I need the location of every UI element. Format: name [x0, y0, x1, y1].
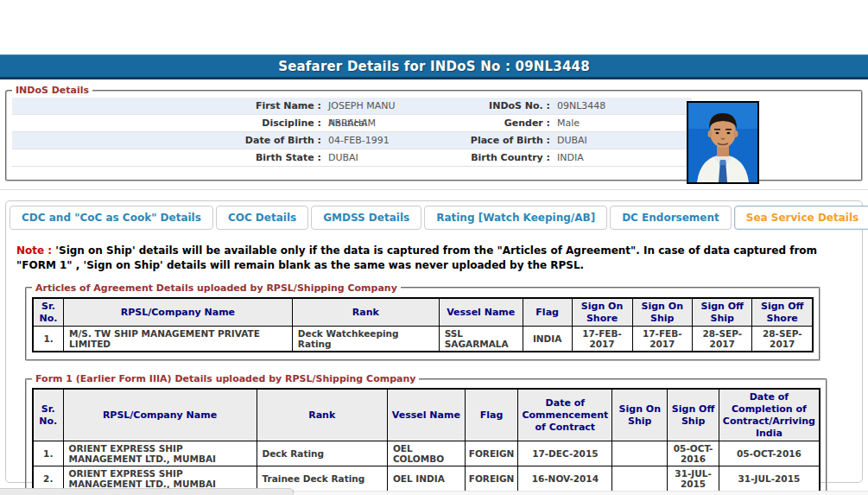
sign-on-ship-note: Note : 'Sign on Ship' details will be av… [16, 244, 850, 274]
cell-sign-on-shore: 17-FEB-2017 [572, 327, 632, 352]
tab-sea-service-details[interactable]: Sea Service Details [734, 206, 868, 230]
col-sign-off-shore: Sign Off Shore [752, 298, 813, 327]
indos-details-fieldset: INDoS Details First Name : JOSEPH MANU A… [5, 85, 863, 181]
place-of-birth-value: DUBAI [550, 132, 692, 149]
tab-gmdss-details[interactable]: GMDSS Details [311, 206, 421, 230]
detail-row-birth-date: Date of Birth : 04-FEB-1991 Place of Bir… [12, 132, 692, 149]
table-header-row: Sr. No. RPSL/Company Name Rank Vessel Na… [33, 389, 820, 441]
personal-details: First Name : JOSEPH MANU ABRAHAM INDoS N… [12, 98, 692, 167]
tab-coc-details[interactable]: COC Details [216, 206, 308, 230]
detail-row-name: First Name : JOSEPH MANU ABRAHAM INDoS N… [12, 98, 692, 115]
first-name-label: First Name : [12, 98, 321, 114]
articles-of-agreement-fieldset: Articles of Agreement Details uploaded b… [25, 282, 820, 362]
col-company: RPSL/Company Name [64, 298, 293, 327]
col-sign-off-ship: Sign Off Ship [692, 298, 751, 327]
next-section-body-partial [294, 491, 868, 495]
birth-country-value: INDIA [550, 149, 692, 166]
page-title: Seafarer Details for INDoS No : 09NL3448 [278, 59, 590, 74]
place-of-birth-label: Place of Birth : [409, 132, 550, 149]
col-sign-off-ship: Sign Off Ship [668, 389, 719, 441]
gender-label: Gender : [409, 115, 550, 131]
col-flag: Flag [465, 389, 518, 441]
date-of-birth-label: Date of Birth : [12, 132, 321, 149]
cell-flag: FOREIGN [465, 441, 518, 466]
cell-sr-no: 1. [33, 327, 64, 352]
discipline-value: Nautical [321, 115, 409, 131]
col-sign-on-ship: Sign On Ship [632, 298, 692, 327]
col-vessel: Vessel Name [439, 298, 523, 327]
cell-sign-on-ship: 17-FEB-2017 [632, 327, 692, 352]
date-of-birth-value: 04-FEB-1991 [321, 132, 409, 149]
cell-company: ORIENT EXPRESS SHIP MANAGEMENT LTD., MUM… [63, 441, 257, 466]
table-row: 1. M/S. TW SHIP MANAGEMENT PRIVATE LIMIT… [33, 327, 813, 352]
cell-commencement: 17-DEC-2015 [518, 441, 612, 466]
col-rank: Rank [257, 389, 387, 441]
sea-service-panel: CDC and "CoC as Cook" Details COC Detail… [5, 200, 863, 483]
cell-completion: 05-OCT-2016 [719, 441, 820, 466]
cell-vessel: SSL SAGARMALA [439, 327, 523, 352]
section-divider [0, 189, 868, 190]
indos-no-label: INDoS No. : [409, 98, 550, 114]
detail-row-discipline: Discipline : Nautical Gender : Male [12, 115, 692, 132]
cell-flag: INDIA [523, 327, 572, 352]
seafarer-photo [687, 101, 759, 184]
next-section-partial [0, 488, 868, 495]
first-name-value: JOSEPH MANU ABRAHAM [321, 98, 409, 114]
articles-of-agreement-legend: Articles of Agreement Details uploaded b… [32, 282, 401, 294]
form1-legend: Form 1 (Earlier Form IIIA) Details uploa… [32, 373, 419, 384]
col-sr-no: Sr. No. [33, 389, 63, 441]
tab-cdc-coc-as-cook[interactable]: CDC and "CoC as Cook" Details [10, 206, 213, 230]
tab-dc-endorsement[interactable]: DC Endorsement [610, 206, 732, 230]
tab-rating-watch-keeping[interactable]: Rating [Watch Keeping/AB] [424, 206, 607, 230]
note-text: 'Sign on Ship' details will be available… [16, 244, 817, 271]
cell-sign-off-ship: 05-OCT-2016 [668, 441, 719, 466]
cell-rank: Deck Rating [257, 441, 387, 466]
cell-sr-no: 1. [33, 441, 63, 466]
indos-details-legend: INDoS Details [12, 85, 92, 96]
birth-state-label: Birth State : [12, 149, 321, 166]
table-header-row: Sr. No. RPSL/Company Name Rank Vessel Na… [33, 298, 813, 327]
indos-no-value: 09NL3448 [550, 98, 692, 114]
table-row: 1. ORIENT EXPRESS SHIP MANAGEMENT LTD., … [33, 441, 820, 466]
birth-country-label: Birth Country : [409, 149, 550, 166]
form1-table: Sr. No. RPSL/Company Name Rank Vessel Na… [32, 388, 820, 492]
next-section-tab-partial [0, 488, 294, 495]
cell-sign-on-ship [612, 441, 668, 466]
cell-rank: Deck Watchkeeping Rating [292, 327, 439, 352]
discipline-label: Discipline : [12, 115, 321, 131]
detail-row-birth-state: Birth State : DUBAI Birth Country : INDI… [12, 149, 692, 167]
birth-state-value: DUBAI [321, 149, 409, 166]
col-sign-on-ship: Sign On Ship [612, 389, 668, 441]
col-sr-no: Sr. No. [33, 298, 64, 327]
articles-of-agreement-table: Sr. No. RPSL/Company Name Rank Vessel Na… [32, 297, 814, 353]
col-company: RPSL/Company Name [63, 389, 257, 441]
cell-vessel: OEL COLOMBO [387, 441, 465, 466]
col-flag: Flag [523, 298, 572, 327]
col-completion: Date of Completion of Contract/Arriving … [719, 389, 820, 441]
cell-company: M/S. TW SHIP MANAGEMENT PRIVATE LIMITED [64, 327, 293, 352]
col-sign-on-shore: Sign On Shore [572, 298, 632, 327]
cell-sign-off-shore: 28-SEP-2017 [752, 327, 813, 352]
note-prefix: Note : [16, 244, 52, 257]
gender-value: Male [550, 115, 692, 131]
col-vessel: Vessel Name [387, 389, 465, 441]
form1-fieldset: Form 1 (Earlier Form IIIA) Details uploa… [25, 373, 827, 495]
col-commencement: Date of Commencement of Contract [518, 389, 612, 441]
page-title-bar: Seafarer Details for INDoS No : 09NL3448 [0, 54, 868, 79]
detail-tabs: CDC and "CoC as Cook" Details COC Detail… [6, 201, 862, 230]
cell-sign-off-ship: 28-SEP-2017 [692, 327, 751, 352]
col-rank: Rank [292, 298, 439, 327]
